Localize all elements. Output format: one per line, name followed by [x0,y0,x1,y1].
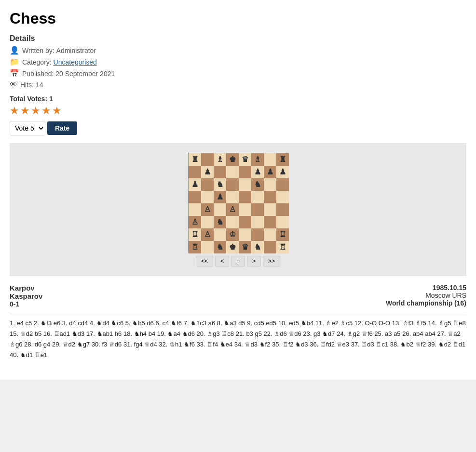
cell-6-4 [239,228,251,241]
star-3: ★ [31,105,41,117]
cell-5-6 [264,216,276,228]
cell-5-7 [276,216,289,228]
cell-0-6 [264,153,276,166]
cell-1-4 [239,166,251,178]
cell-1-0 [189,166,201,178]
cell-3-5 [251,191,264,203]
votes-section: Total Votes: 1 ★ ★ ★ ★ ★ Vote 1 Vote 2 V… [10,95,466,135]
cell-1-1: ♟ [201,166,214,178]
cell-7-4: ♛ [239,241,251,253]
cell-6-3: ♔ [226,228,239,241]
chess-board: ♜♗♚♛♗♜♟♟♟♟♟♞♞♟♙♙♙♞♖♙♔♖♖♞♚♛♞♖ [188,153,288,253]
cell-6-6 [264,228,276,241]
cell-0-5: ♗ [251,153,264,166]
cell-7-7: ♖ [276,241,289,253]
hits-label: Hits: [20,81,34,89]
cell-7-3: ♚ [226,241,239,253]
cell-7-6 [264,241,276,253]
user-icon: 👤 [10,46,19,55]
game-header: Karpov Kasparov 0-1 1985.10.15 Moscow UR… [10,284,466,308]
page-title: Chess [10,10,466,27]
details-section: Details 👤 Written by: Administrator 📁 Ca… [10,34,466,89]
cell-4-5 [251,203,264,216]
written-by-label: Written by: [22,47,54,54]
cell-4-7 [276,203,289,216]
cell-7-0: ♖ [189,241,201,253]
cell-5-1 [201,216,214,228]
divider [10,313,466,313]
details-heading: Details [10,34,466,43]
cell-3-0 [189,191,201,203]
rate-button[interactable]: Rate [47,121,77,135]
cell-2-2: ♞ [214,178,226,191]
cell-2-5: ♞ [251,178,264,191]
published-value: 20 September 2021 [55,70,115,78]
chess-section: ♜♗♚♛♗♜♟♟♟♟♟♞♞♟♙♙♙♞♖♙♔♖♖♞♚♛♞♖ << < + > >> [10,143,466,276]
cell-5-2: ♞ [214,216,226,228]
cell-3-7 [276,191,289,203]
cell-0-1 [201,153,214,166]
hits-row: 👁 Hits: 14 [10,80,466,89]
cell-0-7: ♜ [276,153,289,166]
cell-0-2: ♗ [214,153,226,166]
star-2: ★ [20,105,30,117]
nav-next[interactable]: > [247,256,261,266]
cell-6-5 [251,228,264,241]
written-by-value: Administrator [56,47,96,54]
cell-1-2 [214,166,226,178]
vote-select-wrapper[interactable]: Vote 1 Vote 2 Vote 3 Vote 4 Vote 5 [10,121,45,135]
nav-first[interactable]: << [196,256,213,266]
cell-6-0: ♖ [189,228,201,241]
cell-5-5 [251,216,264,228]
event-info: 1985.10.15 Moscow URS World championship… [386,284,466,308]
event-date: 1985.10.15 [386,284,466,292]
vote-row: Vote 1 Vote 2 Vote 3 Vote 4 Vote 5 Rate [10,121,466,135]
cell-7-2: ♞ [214,241,226,253]
star-1: ★ [10,105,19,117]
cell-4-3: ♙ [226,203,239,216]
game-result: 0-1 [10,300,42,308]
published-label: Published: [22,70,54,78]
cell-0-0: ♜ [189,153,201,166]
cell-6-2 [214,228,226,241]
moves-text: 1. e4 c5 2. ♞f3 e6 3. d4 cd4 4. ♞d4 ♞c6 … [10,318,466,360]
cell-4-6 [264,203,276,216]
hits-value: 14 [36,81,43,89]
cell-4-2 [214,203,226,216]
cell-3-1 [201,191,214,203]
player-info: Karpov Kasparov 0-1 [10,284,42,308]
total-votes: Total Votes: 1 [10,95,466,103]
cell-3-4 [239,191,251,203]
cell-3-3 [226,191,239,203]
category-row: 📁 Category: Uncategorised [10,57,466,66]
eye-icon: 👁 [10,80,17,89]
author-row: 👤 Written by: Administrator [10,46,466,55]
nav-add[interactable]: + [231,256,245,266]
cell-4-0 [189,203,201,216]
cell-0-4: ♛ [239,153,251,166]
cell-1-7: ♟ [276,166,289,178]
star-4: ★ [41,105,51,117]
cell-7-1 [201,241,214,253]
cell-5-4 [239,216,251,228]
event-place: Moscow URS [386,292,466,299]
nav-prev[interactable]: < [215,256,229,266]
cell-1-5: ♟ [251,166,264,178]
cell-5-3 [226,216,239,228]
nav-last[interactable]: >> [263,256,280,266]
calendar-icon: 📅 [10,69,19,78]
category-icon: 📁 [10,57,19,66]
category-link[interactable]: Uncategorised [54,58,97,66]
event-name: World championship (16) [386,299,466,307]
cell-0-3: ♚ [226,153,239,166]
star-5: ★ [52,105,62,117]
vote-select[interactable]: Vote 1 Vote 2 Vote 3 Vote 4 Vote 5 [10,121,45,135]
cell-5-0: ♙ [189,216,201,228]
cell-6-1: ♙ [201,228,214,241]
published-row: 📅 Published: 20 September 2021 [10,69,466,78]
cell-2-3 [226,178,239,191]
cell-2-0: ♟ [189,178,201,191]
category-label: Category: [22,58,52,66]
star-rating: ★ ★ ★ ★ ★ [10,105,466,117]
cell-1-6: ♟ [264,166,276,178]
